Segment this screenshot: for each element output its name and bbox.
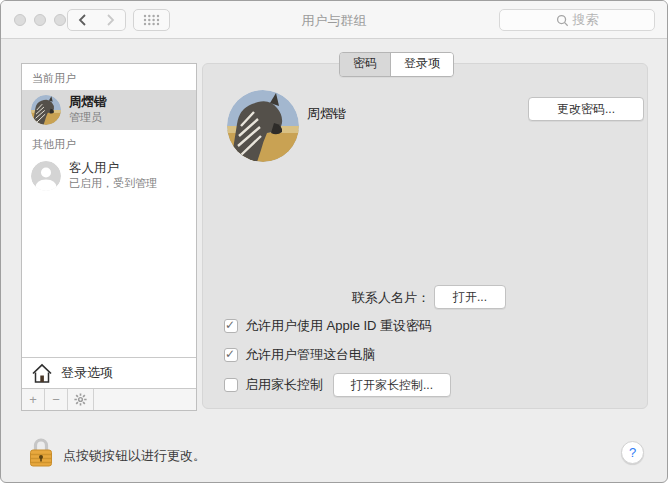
remove-user-button[interactable]: − [45, 389, 68, 410]
search-placeholder: 搜索 [573, 11, 599, 29]
apple-id-reset-label: 允许用户使用 Apple ID 重设密码 [245, 317, 432, 335]
lock-hint-text: 点按锁按钮以进行更改。 [63, 447, 206, 465]
tab-bar: 密码 登录项 [339, 52, 454, 77]
back-button[interactable] [67, 9, 97, 31]
user-list-sidebar: 当前用户 周熠锴 管理员 其他用 [21, 63, 197, 411]
help-button[interactable]: ? [621, 441, 644, 464]
guest-user-avatar [31, 161, 61, 191]
change-password-button[interactable]: 更改密码... [528, 97, 644, 121]
password-pane: 周熠锴 更改密码... 联系人名片： 打开... 允许用户使用 Apple ID… [202, 63, 648, 409]
open-parental-controls-button[interactable]: 打开家长控制... [333, 373, 451, 397]
contacts-card-row: 联系人名片： 打开... [203, 285, 649, 309]
forward-button[interactable] [96, 9, 126, 31]
tab-login-items[interactable]: 登录项 [391, 53, 453, 76]
home-icon [31, 362, 53, 384]
add-user-button[interactable]: + [22, 389, 45, 410]
chevron-left-icon [77, 13, 87, 27]
current-user-header: 当前用户 [22, 64, 196, 90]
current-user-name: 周熠锴 [69, 94, 107, 111]
sidebar-item-guest-user[interactable]: 客人用户 已启用，受到管理 [22, 156, 196, 196]
search-icon [556, 14, 569, 27]
checkbox-row-admin: 允许用户管理这台电脑 [224, 343, 375, 367]
other-users-header: 其他用户 [22, 130, 196, 156]
zebra-avatar-icon [31, 95, 61, 125]
person-silhouette-icon [31, 161, 61, 191]
current-user-avatar [31, 95, 61, 125]
zoom-button[interactable] [54, 14, 66, 26]
gear-icon [74, 393, 87, 406]
contacts-card-label: 联系人名片： [352, 289, 430, 307]
sidebar-toolbar-spacer [94, 389, 196, 410]
lock-icon [28, 436, 54, 468]
chevron-right-icon [106, 13, 116, 27]
grid-icon [143, 14, 160, 26]
parental-controls-label: 启用家长控制 [245, 376, 323, 394]
current-user-role: 管理员 [69, 110, 102, 125]
sidebar-toolbar: + − [22, 388, 196, 410]
apple-id-reset-checkbox[interactable] [224, 319, 238, 333]
admin-label: 允许用户管理这台电脑 [245, 346, 375, 364]
open-contacts-card-button[interactable]: 打开... [434, 285, 506, 309]
title-bar: 用户与群组 搜索 [1, 1, 667, 39]
user-avatar[interactable] [227, 90, 299, 162]
zebra-avatar-icon [227, 90, 299, 162]
sidebar-item-login-options[interactable]: 登录选项 [22, 357, 196, 388]
guest-user-name: 客人用户 [69, 160, 119, 177]
guest-user-status: 已启用，受到管理 [69, 176, 157, 191]
checkbox-row-parental-controls: 启用家长控制 打开家长控制... [224, 373, 451, 397]
actions-button[interactable] [68, 389, 94, 410]
login-options-label: 登录选项 [61, 364, 113, 382]
minimize-button[interactable] [34, 14, 46, 26]
user-name-label: 周熠锴 [307, 105, 346, 123]
users-groups-window: 用户与群组 搜索 当前用户 [0, 0, 668, 483]
show-all-button[interactable] [133, 9, 170, 31]
close-button[interactable] [14, 14, 26, 26]
sidebar-item-current-user[interactable]: 周熠锴 管理员 [22, 90, 196, 130]
admin-checkbox[interactable] [224, 348, 238, 362]
search-input[interactable]: 搜索 [499, 9, 655, 31]
tab-password[interactable]: 密码 [340, 53, 391, 76]
checkbox-row-apple-id-reset: 允许用户使用 Apple ID 重设密码 [224, 314, 432, 338]
parental-controls-checkbox[interactable] [224, 378, 238, 392]
lock-button[interactable] [28, 436, 54, 472]
